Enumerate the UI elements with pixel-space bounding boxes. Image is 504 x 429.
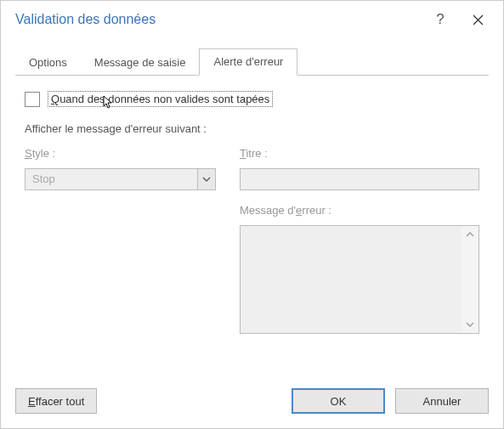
clear-all-button[interactable]: Effacer tout <box>15 388 97 414</box>
show-error-section-label: Afficher le message d'erreur suivant : <box>25 122 479 135</box>
dialog-title: Validation des données <box>15 12 422 27</box>
form-grid: Style : Stop Titre : <box>25 147 479 334</box>
titlebar: Validation des données ? <box>1 1 503 38</box>
right-column: Titre : Message d'erreur : <box>240 147 479 334</box>
style-select-value: Stop <box>25 168 197 190</box>
close-button[interactable] <box>459 1 496 38</box>
error-message-textarea[interactable] <box>240 225 479 334</box>
show-alert-checkbox-row: Quand des données non valides sont tapée… <box>25 91 479 107</box>
dialog-footer: Effacer tout OK Annuler <box>1 376 503 428</box>
error-message-group: Message d'erreur : <box>240 204 479 334</box>
close-icon <box>473 14 484 25</box>
chevron-down-icon <box>466 322 474 327</box>
show-alert-checkbox-label[interactable]: Quand des données non valides sont tapée… <box>48 91 273 107</box>
style-select[interactable]: Stop <box>25 168 216 190</box>
tab-input-message[interactable]: Message de saisie <box>81 50 200 76</box>
help-button[interactable]: ? <box>422 1 459 38</box>
style-select-button[interactable] <box>197 168 216 190</box>
tab-bar: Options Message de saisie Alerte d'erreu… <box>15 48 489 76</box>
tab-options[interactable]: Options <box>15 50 81 76</box>
tab-error-alert[interactable]: Alerte d'erreur <box>199 48 297 76</box>
title-label: Titre : <box>240 147 479 160</box>
scroll-down-button[interactable] <box>462 316 479 333</box>
title-input[interactable] <box>240 168 479 190</box>
style-label: Style : <box>25 147 223 160</box>
cancel-button[interactable]: Annuler <box>395 388 489 414</box>
show-alert-checkbox[interactable] <box>25 92 40 107</box>
style-column: Style : Stop <box>25 147 223 334</box>
tab-content: Quand des données non valides sont tapée… <box>1 76 503 376</box>
chevron-up-icon <box>466 232 474 237</box>
data-validation-dialog: Validation des données ? Options Message… <box>0 0 504 429</box>
chevron-down-icon <box>202 177 211 182</box>
scroll-up-button[interactable] <box>462 226 479 243</box>
error-message-label: Message d'erreur : <box>240 204 479 217</box>
textarea-scrollbar[interactable] <box>462 226 479 333</box>
ok-button[interactable]: OK <box>292 388 385 414</box>
